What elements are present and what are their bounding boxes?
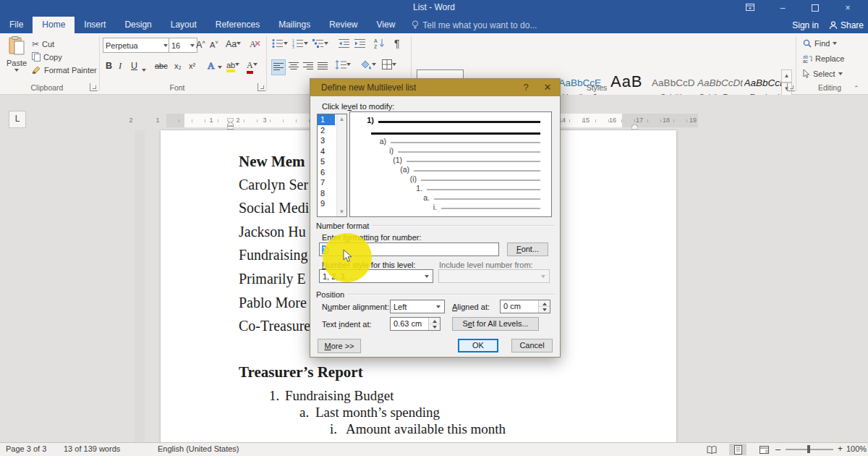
spin-down-icon[interactable]	[539, 306, 550, 313]
doc-text-line: Carolyn Ser	[239, 177, 308, 193]
spin-up-icon[interactable]	[539, 300, 550, 306]
text-effects-button[interactable]: A	[206, 60, 222, 73]
zoom-level[interactable]: 100%	[846, 444, 867, 453]
superscript-button[interactable]: x²	[189, 62, 195, 70]
dialog-close-button[interactable]: ✕	[537, 79, 558, 96]
spin-up-icon[interactable]	[429, 318, 440, 324]
shading-button[interactable]	[360, 59, 376, 72]
text-indent-spinner[interactable]: 0.63 cm	[390, 317, 441, 331]
underline-dropdown-arrow[interactable]	[142, 69, 146, 74]
level-list-scrollbar[interactable]: ▲ ▼	[336, 114, 346, 216]
copy-button[interactable]: Copy	[32, 52, 62, 62]
numbering-icon: 123	[292, 38, 304, 48]
tab-stop-selector[interactable]: L	[9, 111, 26, 128]
tab-home[interactable]: Home	[33, 17, 75, 33]
align-center-button[interactable]	[289, 60, 299, 73]
dialog-help-button[interactable]: ?	[515, 79, 537, 96]
cancel-button[interactable]: Cancel	[511, 339, 553, 352]
gallery-up-button[interactable]: ▲	[781, 69, 792, 83]
doc-text-line: Pablo More	[239, 295, 307, 311]
number-alignment-combo[interactable]: Left	[390, 300, 445, 313]
multilevel-list-button[interactable]	[312, 38, 328, 51]
scroll-down-icon[interactable]: ▼	[337, 207, 346, 216]
styles-dialog-launcher[interactable]	[787, 83, 795, 91]
clipboard-dialog-launcher[interactable]	[90, 83, 98, 91]
change-case-button[interactable]: Aa	[226, 39, 241, 49]
format-painter-button[interactable]: Format Painter	[32, 65, 97, 75]
ok-button[interactable]: OK	[458, 339, 498, 352]
pilcrow-button[interactable]: ¶	[394, 38, 400, 49]
clear-formatting-button[interactable]: A	[250, 39, 260, 51]
paste-button[interactable]: Paste	[6, 36, 27, 78]
tab-review[interactable]: Review	[320, 17, 367, 33]
numbering-button[interactable]: 123	[292, 38, 308, 51]
find-button[interactable]: Find	[803, 39, 837, 48]
align-right-button[interactable]	[303, 60, 313, 73]
word-count[interactable]: 13 of 139 words	[64, 444, 120, 453]
tab-insert[interactable]: Insert	[75, 17, 115, 33]
level-option-8[interactable]: 8	[318, 188, 335, 199]
tab-design[interactable]: Design	[115, 17, 161, 33]
level-option-6[interactable]: 6	[318, 167, 335, 178]
tab-mailings[interactable]: Mailings	[269, 17, 320, 33]
font-size-combo[interactable]: 16	[169, 38, 197, 53]
tab-layout[interactable]: Layout	[161, 17, 206, 33]
tell-me-box[interactable]: Tell me what you want to do...	[404, 17, 544, 33]
web-layout-button[interactable]	[755, 444, 773, 455]
font-button[interactable]: Font...	[507, 242, 548, 256]
align-left-button[interactable]	[271, 59, 286, 75]
level-option-4[interactable]: 4	[318, 146, 335, 157]
font-name-combo[interactable]: Perpetua	[103, 38, 171, 53]
subscript-button[interactable]: x₂	[174, 62, 182, 70]
level-option-5[interactable]: 5	[318, 156, 335, 167]
replace-button[interactable]: abac Replace	[803, 54, 844, 63]
read-mode-button[interactable]	[703, 444, 720, 455]
scroll-up-icon[interactable]: ▲	[337, 114, 346, 124]
tab-view[interactable]: View	[367, 17, 405, 33]
level-option-1[interactable]: 1	[318, 114, 335, 125]
tab-file[interactable]: File	[0, 17, 33, 33]
level-option-7[interactable]: 7	[318, 177, 335, 188]
grow-font-button[interactable]: A˄	[196, 39, 205, 50]
select-button[interactable]: Select	[803, 69, 843, 78]
more-button[interactable]: More >>	[318, 339, 361, 353]
increase-indent-button[interactable]	[354, 38, 365, 51]
restore-button[interactable]	[801, 0, 830, 17]
italic-button[interactable]: I	[119, 61, 122, 72]
line-spacing-button[interactable]	[335, 59, 351, 72]
page-indicator[interactable]: Page 3 of 3	[6, 444, 46, 453]
aligned-at-spinner[interactable]: 0 cm	[500, 300, 550, 313]
cut-button[interactable]: ✂ Cut	[32, 39, 54, 49]
strikethrough-button[interactable]: abc	[155, 62, 168, 70]
decrease-indent-button[interactable]	[339, 38, 349, 51]
sort-button[interactable]: AZ	[374, 38, 386, 50]
underline-button[interactable]: U	[131, 61, 137, 71]
shrink-font-button[interactable]: A˅	[210, 39, 218, 49]
sign-in-link[interactable]: Sign in	[792, 20, 819, 30]
highlight-button[interactable]: ab	[226, 60, 239, 72]
tab-references[interactable]: References	[206, 17, 269, 33]
set-for-all-levels-button[interactable]: Set for All Levels...	[452, 317, 539, 331]
justify-icon	[318, 62, 328, 70]
spin-down-icon[interactable]	[429, 324, 440, 330]
font-dialog-launcher[interactable]	[258, 83, 265, 91]
justify-button[interactable]	[318, 60, 328, 73]
bold-button[interactable]: B	[106, 61, 112, 71]
collapse-ribbon-button[interactable]: ⌃	[854, 85, 859, 92]
zoom-out-button[interactable]: –	[775, 444, 780, 455]
bullets-button[interactable]	[272, 38, 288, 51]
print-layout-button[interactable]	[729, 444, 746, 455]
language-indicator[interactable]: English (United States)	[158, 444, 239, 453]
level-option-9[interactable]: 9	[318, 198, 335, 209]
level-option-2[interactable]: 2	[318, 125, 335, 136]
borders-button[interactable]	[382, 59, 396, 72]
ribbon-display-options-button[interactable]	[736, 0, 765, 17]
preview-marker: 1)	[367, 116, 374, 124]
minimize-button[interactable]: –	[768, 0, 797, 17]
zoom-in-button[interactable]: +	[838, 444, 843, 454]
zoom-slider-thumb[interactable]	[807, 445, 810, 453]
close-button[interactable]: ×	[833, 0, 862, 17]
share-button[interactable]: Share	[829, 20, 864, 30]
level-option-3[interactable]: 3	[318, 135, 335, 146]
font-color-button[interactable]: A	[247, 60, 258, 74]
